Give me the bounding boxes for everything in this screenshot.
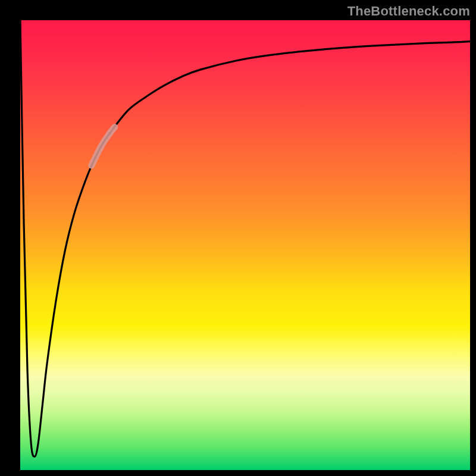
bottleneck-curve <box>20 20 470 470</box>
watermark-text: TheBottleneck.com <box>347 4 470 19</box>
plot-area <box>20 20 470 470</box>
chart-frame: TheBottleneck.com <box>0 0 476 476</box>
